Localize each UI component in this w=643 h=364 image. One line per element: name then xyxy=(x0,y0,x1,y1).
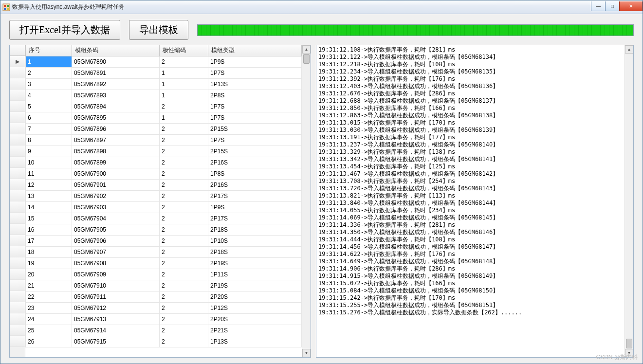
grid-row-header[interactable] xyxy=(10,179,25,190)
grid-cell[interactable]: 05GM67897 xyxy=(72,134,160,146)
grid-cell[interactable]: 2 xyxy=(160,101,208,112)
grid-cell[interactable]: 2P16S xyxy=(208,157,302,168)
grid-cell[interactable]: 8 xyxy=(26,134,72,146)
grid-cell[interactable]: 2 xyxy=(160,179,208,190)
grid-cell[interactable]: 2 xyxy=(160,336,208,347)
grid-cell[interactable]: 05GM67914 xyxy=(72,325,160,336)
grid-column-header[interactable]: 极性编码 xyxy=(160,45,208,56)
grid-column-header[interactable]: 模组类型 xyxy=(208,45,302,56)
grid-cell[interactable]: 21 xyxy=(26,280,72,291)
grid-cell[interactable]: 05GM67910 xyxy=(72,280,160,291)
grid-cell[interactable]: 2P19S xyxy=(208,280,302,291)
grid-row-header[interactable] xyxy=(10,157,25,168)
grid-cell[interactable]: 1P7S xyxy=(208,101,302,112)
table-row[interactable]: 305GM6789211P13S xyxy=(26,78,302,90)
grid-cell[interactable]: 2 xyxy=(160,168,208,179)
grid-cell[interactable]: 1P9S xyxy=(208,201,302,213)
grid-row-header[interactable] xyxy=(10,224,25,235)
grid-cell[interactable]: 2 xyxy=(160,157,208,168)
grid-cell[interactable]: 9 xyxy=(26,146,72,157)
table-row[interactable]: 2405GM6791322P20S xyxy=(26,313,302,325)
grid-cell[interactable]: 05GM67907 xyxy=(72,246,160,257)
titlebar[interactable]: 数据导入使用async,await异步处理耗时任务 — □ ✕ xyxy=(0,0,643,14)
grid-cell[interactable]: 2P20S xyxy=(208,313,302,325)
grid-cell[interactable]: 23 xyxy=(26,302,72,313)
grid-cell[interactable]: 12 xyxy=(26,179,72,190)
grid-cell[interactable]: 11 xyxy=(26,168,72,179)
table-row[interactable]: 905GM6789822P15S xyxy=(26,146,302,157)
grid-cell[interactable]: 2 xyxy=(26,67,72,78)
table-row[interactable]: 805GM6789721P7S xyxy=(26,134,302,146)
grid-cell[interactable]: 6 xyxy=(26,112,72,123)
grid-cell[interactable]: 05GM67905 xyxy=(72,224,160,235)
grid-cell[interactable]: 14 xyxy=(26,201,72,213)
table-row[interactable]: 1305GM6790222P17S xyxy=(26,190,302,201)
grid-cell[interactable]: 20 xyxy=(26,269,72,280)
grid-cell[interactable]: 1P12S xyxy=(208,302,302,313)
grid-cell[interactable]: 05GM67902 xyxy=(72,190,160,201)
grid-cell[interactable]: 05GM67891 xyxy=(72,67,160,78)
scroll-up-icon[interactable]: ▲ xyxy=(302,45,311,54)
grid-cell[interactable]: 05GM67893 xyxy=(72,90,160,101)
scroll-thumb[interactable] xyxy=(626,339,632,348)
minimize-button[interactable]: — xyxy=(591,1,606,11)
table-row[interactable]: 1905GM6790822P19S xyxy=(26,257,302,269)
grid-cell[interactable]: 7 xyxy=(26,123,72,134)
grid-row-header[interactable] xyxy=(10,201,25,213)
grid-column-header[interactable]: 序号 xyxy=(26,45,72,56)
grid-cell[interactable]: 2 xyxy=(160,235,208,246)
grid-cell[interactable]: 22 xyxy=(26,291,72,302)
grid-cell[interactable]: 05GM67904 xyxy=(72,213,160,224)
grid-row-header[interactable] xyxy=(10,112,25,123)
scroll-down-icon[interactable]: ▼ xyxy=(302,349,311,357)
grid-cell[interactable]: 2P8S xyxy=(208,90,302,101)
export-template-button[interactable]: 导出模板 xyxy=(129,20,188,40)
grid-cell[interactable]: 2 xyxy=(160,190,208,201)
grid-scrollbar[interactable]: ▲ ▼ xyxy=(302,45,311,357)
grid-cell[interactable]: 05GM67892 xyxy=(72,78,160,90)
grid-cell[interactable]: 05GM67900 xyxy=(72,168,160,179)
grid-cell[interactable]: 5 xyxy=(26,101,72,112)
table-row[interactable]: 605GM6789511P7S xyxy=(26,112,302,123)
grid-cell[interactable]: 2 xyxy=(160,325,208,336)
grid-cell[interactable]: 24 xyxy=(26,313,72,325)
grid-row-header[interactable] xyxy=(10,67,25,78)
grid-cell[interactable]: 05GM67896 xyxy=(72,123,160,134)
grid-cell[interactable]: 10 xyxy=(26,157,72,168)
grid-row-header[interactable] xyxy=(10,302,25,313)
grid-row-header[interactable] xyxy=(10,313,25,325)
grid-row-header[interactable] xyxy=(10,123,25,134)
grid-cell[interactable]: 2P17S xyxy=(208,190,302,201)
grid-cell[interactable]: 2 xyxy=(160,313,208,325)
grid-cell[interactable]: 2 xyxy=(160,213,208,224)
grid-cell[interactable]: 2P15S xyxy=(208,146,302,157)
table-row[interactable]: 1205GM6790122P16S xyxy=(26,179,302,190)
grid-cell[interactable]: 05GM67908 xyxy=(72,257,160,269)
grid-row-header[interactable] xyxy=(10,134,25,146)
table-row[interactable]: 1805GM6790722P18S xyxy=(26,246,302,257)
log-text[interactable]: 19:31:12.108->执行数据库事务，耗时【281】ms19:31:12.… xyxy=(316,45,625,357)
grid-cell[interactable]: 05GM67909 xyxy=(72,269,160,280)
grid-cell[interactable]: 05GM67901 xyxy=(72,179,160,190)
close-button[interactable]: ✕ xyxy=(619,1,643,11)
grid-cell[interactable]: 1P10S xyxy=(208,235,302,246)
grid-cell[interactable]: 3 xyxy=(26,78,72,90)
grid-row-header[interactable] xyxy=(10,78,25,90)
grid-cell[interactable]: 13 xyxy=(26,190,72,201)
grid-cell[interactable]: 1 xyxy=(160,78,208,90)
scroll-up-icon[interactable]: ▲ xyxy=(625,45,633,54)
grid-row-header[interactable] xyxy=(10,213,25,224)
table-row[interactable]: 205GM6789111P7S xyxy=(26,67,302,78)
log-scrollbar[interactable]: ▲ ▼ xyxy=(625,45,633,357)
grid-body[interactable]: 序号模组条码极性编码模组类型 105GM6789021P9S205GM67891… xyxy=(25,45,302,357)
grid-cell[interactable]: 1 xyxy=(160,112,208,123)
table-row[interactable]: 2105GM6791022P19S xyxy=(26,280,302,291)
table-row[interactable]: 505GM6789421P7S xyxy=(26,101,302,112)
grid-cell[interactable]: 1P11S xyxy=(208,269,302,280)
table-row[interactable]: 2605GM6791521P13S xyxy=(26,336,302,347)
grid-cell[interactable]: 2 xyxy=(160,123,208,134)
grid-cell[interactable]: 1P7S xyxy=(208,134,302,146)
grid-cell[interactable]: 26 xyxy=(26,336,72,347)
table-row[interactable]: 105GM6789021P9S xyxy=(26,56,302,67)
grid-cell[interactable]: 18 xyxy=(26,246,72,257)
